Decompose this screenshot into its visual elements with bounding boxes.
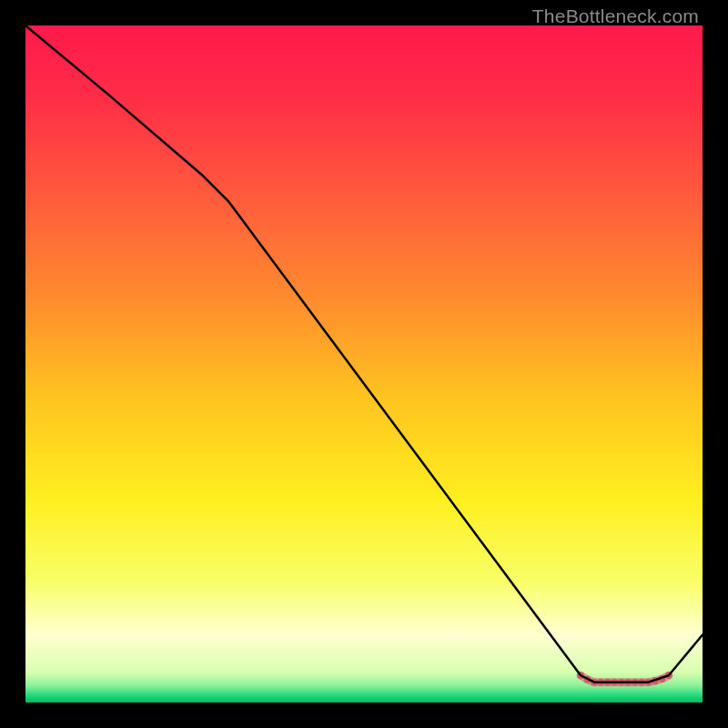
gradient-background [25,25,703,703]
chart-svg [25,25,703,703]
watermark-text: TheBottleneck.com [532,5,699,27]
chart-frame [25,25,703,703]
